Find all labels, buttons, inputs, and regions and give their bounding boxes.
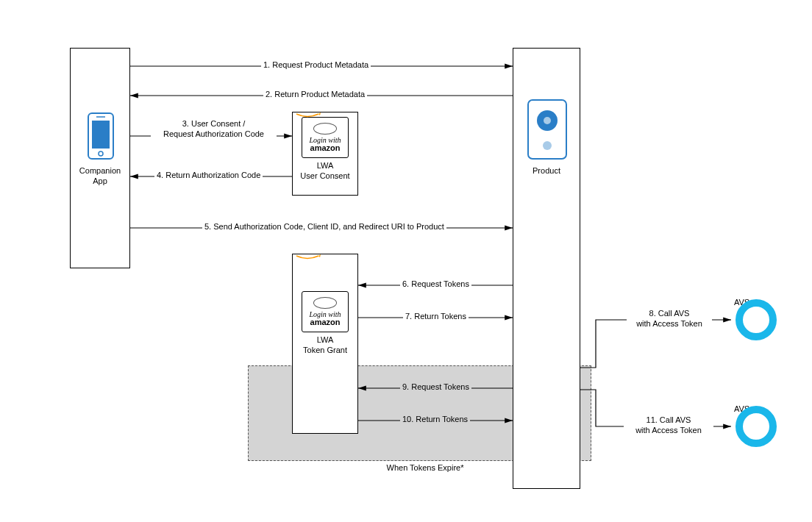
diagram-canvas: When Tokens Expire* Companion App Login … — [0, 0, 812, 522]
flow-3-label: 3. User Consent /Request Authorization C… — [151, 119, 277, 140]
arrows-layer — [0, 0, 812, 522]
flow-5-label: 5. Send Authorization Code, Client ID, a… — [202, 222, 446, 231]
flow-11-label: 11. Call AVSwith Access Token — [624, 415, 713, 436]
flow-7-label: 7. Return Tokens — [403, 312, 469, 321]
flow-8-label: 8. Call AVSwith Access Token — [627, 309, 712, 329]
flow-10-label: 10. Return Tokens — [400, 415, 470, 423]
flow-4-label: 4. Return Authorization Code — [154, 171, 263, 179]
flow-1-label: 1. Request Product Metadata — [261, 60, 371, 69]
flow-9-label: 9. Request Tokens — [400, 382, 471, 391]
flow-2-label: 2. Return Product Metadata — [263, 90, 367, 99]
flow-6-label: 6. Request Tokens — [400, 279, 471, 288]
